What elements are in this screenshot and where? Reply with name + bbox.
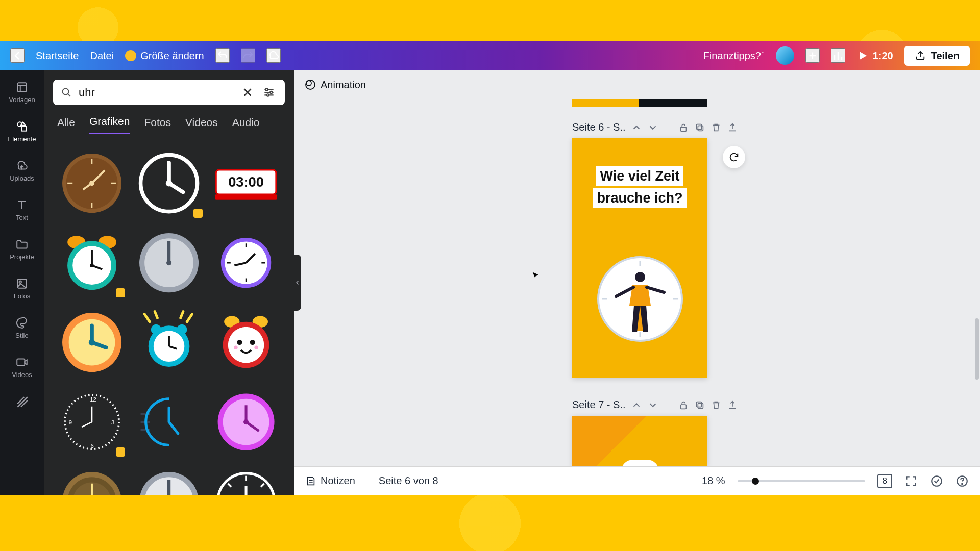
page-move-up-button[interactable] — [631, 122, 642, 133]
page-count-pill[interactable]: 8 — [877, 474, 892, 488]
fullscreen-button[interactable] — [904, 474, 918, 488]
clock-icon — [60, 309, 124, 375]
tab-photos[interactable]: Fotos — [144, 115, 171, 134]
svg-point-38 — [237, 340, 242, 345]
rail-uploads[interactable]: Uploads — [4, 154, 40, 187]
page-7-element — [621, 460, 659, 466]
help-circle-icon — [955, 474, 969, 488]
page-duplicate-button[interactable] — [694, 122, 705, 133]
x-icon — [241, 86, 254, 99]
svg-point-40 — [234, 345, 238, 349]
rail-text[interactable]: Text — [4, 193, 40, 227]
page-7-header: Seite 7 - S.. — [572, 399, 766, 411]
elements-search-input[interactable] — [79, 86, 235, 99]
page-5-preview[interactable] — [572, 99, 707, 107]
duplicate-icon — [694, 399, 705, 411]
page-5-element — [639, 99, 707, 107]
result-clock-digital-red[interactable]: 03:00 — [210, 145, 283, 221]
svg-text:03:00: 03:00 — [228, 174, 264, 190]
elements-search-box — [53, 80, 285, 105]
file-menu[interactable]: Datei — [90, 50, 114, 62]
cloud-sync-button[interactable] — [266, 48, 281, 63]
tab-graphics[interactable]: Grafiken — [89, 115, 130, 134]
notes-icon — [305, 475, 316, 487]
zoom-slider-thumb[interactable] — [752, 478, 759, 485]
result-clock-purple-outline[interactable] — [210, 225, 283, 300]
page-7-title[interactable]: Seite 7 - S.. — [572, 399, 626, 411]
result-clock-outline-black[interactable] — [132, 145, 205, 221]
result-clock-line-blue[interactable] — [132, 384, 205, 460]
undo-button[interactable] — [215, 48, 230, 63]
svg-point-41 — [255, 345, 259, 349]
page-7-canvas[interactable] — [572, 416, 707, 466]
clear-search-button[interactable] — [241, 86, 254, 99]
pro-badge-icon — [116, 288, 125, 297]
redo-button[interactable] — [241, 48, 255, 63]
result-alarm-teal-sparks[interactable] — [132, 305, 205, 380]
share-button[interactable]: Teilen — [904, 46, 970, 66]
digital-clock-icon: 03:00 — [214, 150, 278, 216]
result-clock-dotted-white[interactable]: 12369 — [55, 384, 128, 460]
rail-templates[interactable]: Vorlagen — [4, 76, 40, 109]
result-clock-orange-circle[interactable] — [55, 305, 128, 380]
rail-more[interactable] — [4, 390, 40, 413]
page-lock-button[interactable] — [678, 399, 689, 411]
page-6-canvas[interactable]: Wie viel Zeit brauche ich? — [572, 138, 707, 378]
check-button[interactable] — [930, 474, 943, 488]
canvas-area: Animation Seite 6 - S.. — [294, 70, 980, 495]
page-delete-button[interactable] — [710, 399, 722, 411]
plus-icon — [807, 50, 818, 61]
tab-audio[interactable]: Audio — [232, 115, 260, 134]
alarm-clock-icon — [137, 309, 201, 375]
page-move-down-button[interactable] — [647, 122, 658, 133]
zoom-slider[interactable] — [738, 480, 865, 482]
crown-icon — [125, 50, 136, 61]
result-clock-flat-pink[interactable] — [210, 384, 283, 460]
regenerate-button[interactable] — [723, 146, 745, 168]
page-duplicate-button[interactable] — [694, 399, 705, 411]
zoom-label[interactable]: 18 % — [702, 475, 725, 487]
back-button[interactable] — [10, 48, 24, 63]
page-move-down-button[interactable] — [647, 399, 658, 411]
result-clock-roman-brown[interactable] — [55, 464, 128, 495]
page-lock-button[interactable] — [678, 122, 689, 133]
animation-button[interactable]: Animation — [304, 79, 366, 91]
result-clock-wood-brown[interactable] — [55, 145, 128, 221]
tab-all[interactable]: Alle — [57, 115, 75, 134]
rail-videos[interactable]: Videos — [4, 350, 40, 384]
page-delete-button[interactable] — [710, 122, 722, 133]
page-6-header: Seite 6 - S.. — [572, 121, 766, 133]
document-title[interactable]: Finanztipps?` — [703, 50, 765, 62]
vertical-scrollbar[interactable] — [975, 318, 979, 380]
help-button[interactable] — [955, 474, 969, 488]
page-move-up-button[interactable] — [631, 399, 642, 411]
result-clock-flat-silver[interactable] — [132, 464, 205, 495]
page-6-clock-graphic[interactable] — [597, 256, 683, 342]
tab-videos[interactable]: Videos — [185, 115, 218, 134]
edit-surface[interactable]: Seite 6 - S.. Wie viel Zeit brauche ich? — [294, 99, 980, 466]
rail-photos[interactable]: Fotos — [4, 272, 40, 305]
add-collaborator-button[interactable] — [805, 48, 820, 63]
result-alarm-kawaii-red[interactable] — [210, 305, 283, 380]
resize-menu[interactable]: Größe ändern — [125, 50, 204, 62]
image-icon — [15, 277, 29, 290]
notes-button[interactable]: Notizen — [305, 475, 355, 487]
user-avatar[interactable] — [776, 46, 794, 65]
search-filter-button[interactable] — [260, 84, 278, 101]
page-6-title[interactable]: Seite 6 - S.. — [572, 121, 626, 133]
rail-elements[interactable]: Elemente — [4, 115, 40, 148]
home-link[interactable]: Startseite — [36, 50, 79, 62]
result-clock-flat-grey[interactable] — [132, 225, 205, 300]
elements-icon — [15, 120, 29, 133]
context-toolbar: Animation — [294, 70, 980, 99]
svg-rect-65 — [698, 403, 703, 408]
insights-button[interactable] — [831, 48, 845, 63]
page-export-button[interactable] — [727, 122, 738, 133]
rail-styles[interactable]: Stile — [4, 311, 40, 344]
result-clock-simple-black[interactable] — [210, 464, 283, 495]
page-export-button[interactable] — [727, 399, 738, 411]
rail-projects[interactable]: Projekte — [4, 233, 40, 266]
page-6-headline[interactable]: Wie viel Zeit brauche ich? — [593, 166, 687, 208]
result-alarm-teal[interactable] — [55, 225, 128, 300]
play-presentation-button[interactable]: 1:20 — [856, 49, 893, 62]
